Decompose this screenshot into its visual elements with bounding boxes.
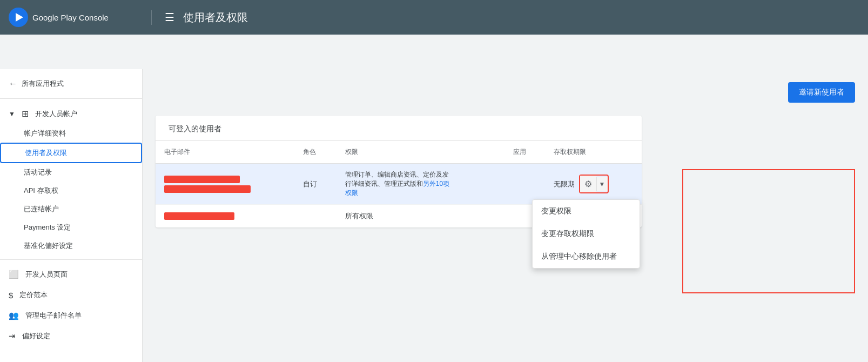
col-role: 角色 <box>294 141 337 164</box>
highlight-box <box>682 169 855 293</box>
sidebar-item-developer-page[interactable]: ⬜ 开发人员页面 <box>0 264 142 285</box>
back-arrow-icon: ← <box>9 79 17 89</box>
dropdown-item-change-permissions[interactable]: 变更权限 <box>533 200 640 223</box>
gear-button[interactable]: ⚙ <box>580 176 596 192</box>
dropdown-item-change-expiry[interactable]: 变更存取权期限 <box>533 223 640 245</box>
gear-dropdown-menu: 变更权限 变更存取权期限 从管理中心移除使用者 <box>532 199 640 269</box>
invite-new-user-button[interactable]: 邀请新使用者 <box>788 82 855 103</box>
permissions-more-link[interactable]: 另外10项权限 <box>345 180 449 197</box>
brand-logo: Google Play Console <box>9 8 151 27</box>
table-section-title: 可登入的使用者 <box>156 116 642 141</box>
sidebar-item-label: 帐户详细资料 <box>24 129 66 138</box>
expand-arrow-icon: ▼ <box>9 110 15 118</box>
email-redacted-line2 <box>164 185 251 193</box>
sidebar-item-label: 定价范本 <box>19 290 48 300</box>
col-permissions: 权限 <box>337 141 504 164</box>
sidebar-item-linked-accounts[interactable]: 已连结帐户 <box>0 200 142 218</box>
col-email: 电子邮件 <box>156 141 294 164</box>
sidebar-item-label: 已连结帐户 <box>24 204 59 214</box>
developer-account-icon: ⊞ <box>22 109 29 119</box>
sidebar-item-label: 使用者及权限 <box>25 148 67 158</box>
settings-icon: ⇥ <box>9 331 16 341</box>
users-table-card: 可登入的使用者 电子邮件 角色 权限 应用 存取权期限 <box>156 116 642 227</box>
sidebar-item-label: 偏好设定 <box>22 331 50 341</box>
sidebar-item-label: API 存取权 <box>24 186 58 196</box>
pricing-icon: $ <box>9 291 13 300</box>
sidebar-item-email-list[interactable]: 👥 管理电子邮件名单 <box>0 305 142 326</box>
user-permissions-cell: 管理订单、编辑商店资讯、定价及发行详细资讯、管理正式版和另外10项权限 <box>337 164 504 205</box>
email-list-icon: 👥 <box>9 311 19 320</box>
sidebar-sub-items: 帐户详细资料 使用者及权限 活动记录 API 存取权 已连结帐户 Payment… <box>0 124 142 255</box>
developer-account-label: 开发人员帐户 <box>35 109 77 119</box>
hamburger-icon[interactable]: ☰ <box>165 11 174 24</box>
sidebar-back-button[interactable]: ← 所有应用程式 <box>0 73 142 94</box>
gear-dropdown-button[interactable]: ▼ <box>596 177 608 191</box>
sidebar-developer-account[interactable]: ▼ ⊞ 开发人员帐户 <box>0 103 142 124</box>
email-redacted-line1 <box>164 176 240 183</box>
users-table: 电子邮件 角色 权限 应用 存取权期限 <box>156 141 642 227</box>
sidebar-item-label: 开发人员页面 <box>25 270 68 279</box>
gear-button-group: ⚙ ▼ 变更权限 变更存取权期限 从管理中心移除使用者 <box>579 175 609 193</box>
sidebar-item-label: 活动记录 <box>24 167 52 177</box>
dropdown-item-remove-user[interactable]: 从管理中心移除使用者 <box>533 245 640 268</box>
brand-name: Google Play Console <box>32 13 109 22</box>
user-role-cell: 自订 <box>294 164 337 205</box>
sidebar-item-account-details[interactable]: 帐户详细资料 <box>0 124 142 143</box>
user-email-cell <box>156 164 294 205</box>
user-email-cell <box>156 205 294 228</box>
user-role-cell <box>294 205 337 228</box>
sidebar-item-payments[interactable]: Payments 设定 <box>0 218 142 237</box>
table-row: 自订 管理订单、编辑商店资讯、定价及发行详细资讯、管理正式版和另外10项权限 无… <box>156 164 642 205</box>
expiry-value: 无限期 <box>554 179 575 189</box>
play-store-icon <box>9 8 28 27</box>
email-redacted-line1 <box>164 212 234 220</box>
sidebar-item-settings[interactable]: ⇥ 偏好设定 <box>0 326 142 346</box>
sidebar-item-label: 基准化偏好设定 <box>24 241 73 251</box>
sidebar-item-activity-log[interactable]: 活动记录 <box>0 163 142 182</box>
sidebar-item-preferences[interactable]: 基准化偏好设定 <box>0 237 142 255</box>
sidebar-item-label: Payments 设定 <box>24 223 71 232</box>
col-expiry: 存取权期限 <box>545 141 642 164</box>
user-permissions-cell: 所有权限 <box>337 205 504 228</box>
sidebar-item-users-permissions[interactable]: 使用者及权限 <box>0 143 142 163</box>
col-app: 应用 <box>504 141 545 164</box>
developer-page-icon: ⬜ <box>9 270 19 279</box>
page-title: 使用者及权限 <box>183 10 248 25</box>
sidebar-item-pricing[interactable]: $ 定价范本 <box>0 285 142 305</box>
user-expiry-cell: 无限期 ⚙ ▼ 变更权限 变更存取权期限 从管理中心移除使用者 <box>545 164 642 205</box>
page-header: 邀请新使用者 <box>156 82 855 103</box>
user-app-cell <box>504 164 545 205</box>
sidebar-item-api-access[interactable]: API 存取权 <box>0 182 142 200</box>
sidebar-back-label: 所有应用程式 <box>22 79 64 89</box>
sidebar-item-label: 管理电子邮件名单 <box>25 311 82 320</box>
